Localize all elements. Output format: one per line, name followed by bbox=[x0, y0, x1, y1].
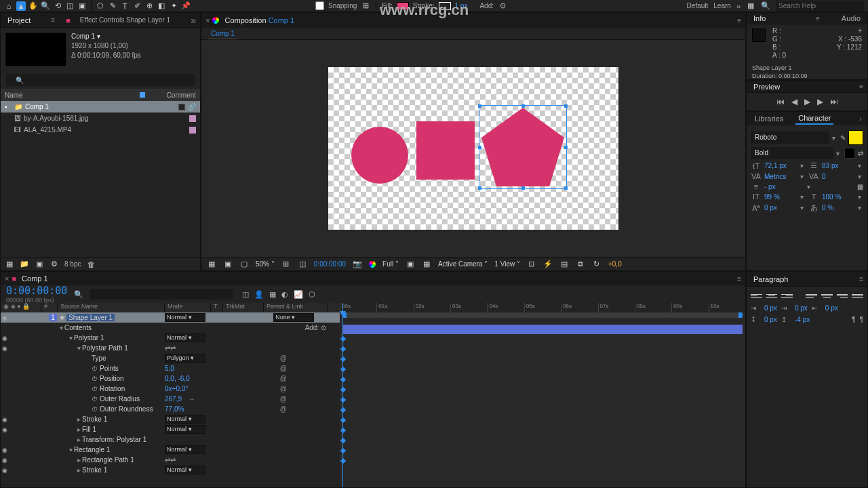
transparency-icon[interactable]: ▦ bbox=[422, 260, 431, 269]
prop-outer-radius[interactable]: ⏱Outer Radius267,9↔@ bbox=[1, 394, 340, 404]
workspace-icon[interactable]: ▦ bbox=[746, 1, 755, 11]
search-help-input[interactable] bbox=[776, 1, 864, 12]
project-item-comp1[interactable]: ▪📁Comp 1 🔗 bbox=[1, 101, 200, 113]
rotate-tool-icon[interactable]: ◫ bbox=[65, 1, 75, 11]
graph-editor-icon[interactable]: 📈 bbox=[294, 290, 303, 299]
hscale-value[interactable]: 100 % bbox=[822, 193, 855, 201]
prop-rectangle-path[interactable]: ◉▸Rectangle Path 1⇄⇄ bbox=[1, 455, 340, 465]
toggle-mask-icon[interactable]: ▣ bbox=[223, 260, 233, 269]
project-item-video[interactable]: 🎞ALA_4215.MP4 bbox=[1, 124, 200, 136]
settings-icon[interactable]: ⚙ bbox=[50, 260, 59, 269]
timeline-tab[interactable]: Comp 1 bbox=[19, 273, 51, 284]
col-sort-icon[interactable] bbox=[140, 92, 145, 98]
project-menu-icon[interactable]: ≡ bbox=[51, 16, 55, 24]
flowchart-icon[interactable]: ⧉ bbox=[576, 260, 585, 269]
rtl-icon[interactable]: ¶ bbox=[852, 316, 855, 323]
prop-rectangle1[interactable]: ◉▾Rectangle 1Normal ▾ bbox=[1, 445, 340, 455]
baseline-value[interactable]: 0 px bbox=[764, 204, 797, 211]
comp-menu-icon[interactable]: ≡ bbox=[737, 17, 741, 24]
comp-subtab[interactable]: Comp 1 bbox=[208, 28, 237, 39]
camera-dropdown[interactable]: Active Camera ˅ bbox=[438, 260, 488, 268]
prop-contents[interactable]: ▾ContentsAdd: ⊙ bbox=[1, 323, 340, 333]
new-comp-icon[interactable]: ▣ bbox=[35, 260, 44, 269]
add-icon[interactable]: ⊙ bbox=[498, 1, 507, 11]
swap-colors-icon[interactable]: ⇄ bbox=[858, 150, 863, 157]
clone-tool-icon[interactable]: ⊕ bbox=[144, 1, 154, 11]
preview-menu-icon[interactable]: ≡ bbox=[859, 83, 863, 90]
space-before-value[interactable]: 0 px bbox=[764, 316, 777, 323]
leading-value[interactable]: 83 px bbox=[822, 162, 855, 169]
motion-blur-icon[interactable]: ◐ bbox=[281, 290, 288, 299]
work-area-bar[interactable] bbox=[342, 312, 743, 318]
eyedropper-icon[interactable]: ✎ bbox=[840, 134, 846, 142]
panel-overflow-icon[interactable]: » bbox=[191, 15, 196, 26]
grid-toggle-icon[interactable]: ⊞ bbox=[281, 260, 291, 269]
layer-mode-dropdown[interactable]: Normal ▾ bbox=[165, 313, 205, 322]
indent-first-value[interactable]: 0 px bbox=[795, 304, 808, 312]
color-mgmt-icon[interactable] bbox=[369, 261, 376, 268]
stroke-over-icon[interactable]: ▦ bbox=[857, 183, 863, 190]
time-ruler[interactable]: 00s01s 02s03s 04s05s 06s07s 08s09s 10s bbox=[340, 303, 745, 312]
close-tl-icon[interactable]: × bbox=[5, 274, 9, 283]
para-menu-icon[interactable]: ≡ bbox=[859, 275, 863, 283]
draft3d-icon[interactable]: ⬡ bbox=[309, 290, 315, 299]
composition-canvas[interactable] bbox=[328, 67, 618, 230]
trash-icon[interactable]: 🗑 bbox=[86, 260, 96, 269]
roto-tool-icon[interactable]: ✦ bbox=[169, 1, 178, 11]
fill-color-swatch[interactable] bbox=[848, 130, 863, 145]
learn-link[interactable]: Learn bbox=[713, 2, 731, 9]
last-frame-icon[interactable]: ⏭ bbox=[830, 97, 838, 106]
preview-tab[interactable]: Preview bbox=[751, 81, 783, 92]
current-time-indicator[interactable] bbox=[342, 303, 343, 487]
justify-all-icon[interactable] bbox=[852, 291, 863, 300]
selection-tool-icon[interactable]: ▲ bbox=[16, 1, 26, 11]
char-overflow-icon[interactable]: › bbox=[859, 115, 862, 123]
puppet-tool-icon[interactable]: 📌 bbox=[181, 1, 191, 11]
paragraph-tab[interactable]: Paragraph bbox=[751, 274, 791, 285]
folder-icon[interactable]: 📁 bbox=[20, 260, 29, 269]
shape-square[interactable] bbox=[416, 121, 475, 180]
indent-left-value[interactable]: 0 px bbox=[764, 304, 777, 312]
align-left-icon[interactable] bbox=[751, 291, 762, 300]
audio-tab[interactable]: Audio bbox=[839, 13, 863, 24]
libraries-tab[interactable]: Libraries bbox=[752, 113, 786, 124]
workspace-dropdown[interactable]: Default bbox=[687, 2, 709, 9]
timeline-tracks[interactable]: 00s01s 02s03s 04s05s 06s07s 08s09s 10s bbox=[340, 303, 745, 487]
prop-rotation[interactable]: ⏱Rotation0x+0,0°@ bbox=[1, 384, 340, 394]
stroke-width-value[interactable]: - px bbox=[764, 183, 804, 190]
indent-right-value[interactable]: 0 px bbox=[825, 304, 838, 312]
prop-polystar1[interactable]: ◉▾Polystar 1Normal ▾ bbox=[1, 333, 340, 343]
eraser-tool-icon[interactable]: ◧ bbox=[157, 1, 166, 11]
comp-mini-icon[interactable]: ◫ bbox=[242, 290, 249, 299]
shape-circle[interactable] bbox=[351, 127, 408, 184]
character-tab[interactable]: Character bbox=[795, 113, 833, 125]
reset-exposure-icon[interactable]: ↻ bbox=[592, 260, 601, 269]
layer-row-shape-layer-1[interactable]: ◉ ▾1 ★ Shape Layer 1 Normal ▾ @None ▾ bbox=[1, 312, 340, 323]
info-tab[interactable]: Info bbox=[751, 13, 768, 24]
tl-menu-icon[interactable]: ≡ bbox=[737, 275, 741, 283]
project-tab[interactable]: Project bbox=[5, 15, 33, 26]
composition-viewer[interactable] bbox=[201, 40, 745, 257]
prop-transform-polystar[interactable]: ▸Transform: Polystar 1 bbox=[1, 434, 340, 445]
pixel-aspect-icon[interactable]: ⊡ bbox=[527, 260, 536, 269]
project-item-image[interactable]: 🖼by-A.Ayoubi-1561.jpg bbox=[1, 113, 200, 124]
frame-blend-icon[interactable]: ▦ bbox=[269, 290, 276, 299]
interpret-icon[interactable]: ▦ bbox=[5, 260, 14, 269]
current-time[interactable]: 0:00:00:00 bbox=[314, 260, 346, 268]
resolution-dropdown[interactable]: Full ˅ bbox=[382, 260, 399, 268]
exposure-value[interactable]: +0,0 bbox=[608, 260, 622, 268]
vscale-value[interactable]: 99 % bbox=[764, 193, 797, 201]
add-content-icon[interactable]: ⊙ bbox=[321, 324, 326, 331]
prop-stroke1[interactable]: ◉▸Stroke 1Normal ▾ bbox=[1, 414, 340, 424]
roi-icon[interactable]: ▣ bbox=[406, 260, 415, 269]
col-name[interactable]: Name bbox=[5, 92, 23, 99]
font-size-value[interactable]: 72,1 px bbox=[764, 162, 797, 169]
timeline-search-input[interactable] bbox=[90, 289, 233, 300]
kerning-value[interactable]: Metrics bbox=[764, 173, 797, 180]
effect-controls-tab[interactable]: Effect Controls Shape Layer 1 bbox=[77, 15, 173, 25]
comp-thumbnail[interactable] bbox=[5, 32, 67, 67]
text-tool-icon[interactable]: T bbox=[120, 1, 130, 11]
prop-outer-roundness[interactable]: ⏱Outer Roundness77,0%@ bbox=[1, 404, 340, 414]
home-icon[interactable]: ⌂ bbox=[4, 1, 14, 11]
fill-swatch[interactable] bbox=[397, 2, 409, 10]
